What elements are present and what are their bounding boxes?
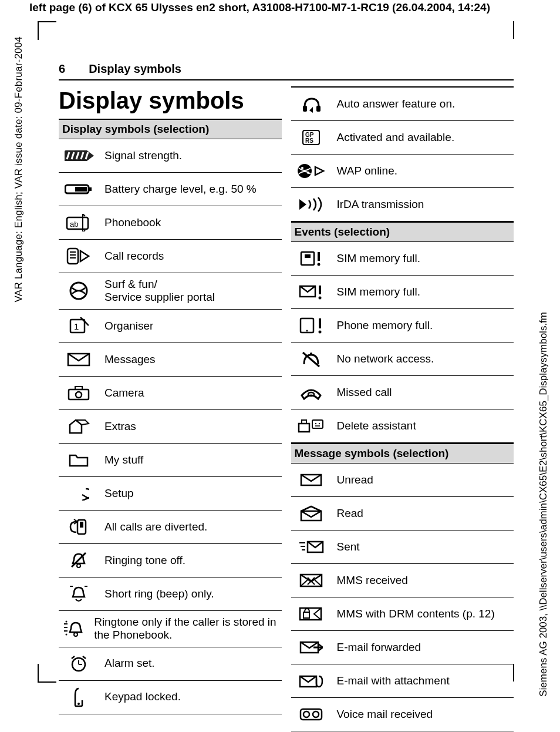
row-label: Auto answer feature on. [337,98,456,110]
row-label: Phonebook [104,216,161,229]
missed-call-icon [294,385,329,400]
messages-icon [61,352,96,367]
row-label: Read [337,507,363,520]
table-row: Keypad locked. [59,681,282,714]
header-doc-title: of KCX 65 Ulysses en2 short, A31008-H710… [92,1,490,14]
row-label: Organiser [104,320,153,333]
svg-point-62 [308,392,314,396]
row-label: E-mail forwarded [337,641,421,654]
row-label: Activated and available. [337,131,455,144]
svg-rect-42 [316,106,321,112]
table-row: IrDA transmission [291,188,514,221]
row-label: Ringtone only if the caller is stored in… [94,616,279,642]
row-label: Keypad locked. [104,690,181,703]
svg-rect-64 [302,420,306,424]
row-label: Voice mail received [337,708,433,721]
crop-mark-bottom-left [38,664,56,683]
svg-point-52 [317,263,320,266]
row-label: All calls are diverted. [104,521,207,533]
sim-memory-full-icon [294,250,329,267]
right-column: Auto answer feature on. GPRS Activated a… [291,86,514,731]
crop-mark-top-right [513,21,514,39]
svg-point-59 [306,330,308,332]
table-row: Camera [59,377,282,410]
running-head: 6 Display symbols [59,62,514,80]
setup-icon [61,486,96,501]
svg-point-66 [315,423,316,424]
svg-text:RS: RS [305,137,313,144]
calls-diverted-icon [61,518,96,536]
document-header: left page (6) of KCX 65 Ulysses en2 shor… [29,1,490,14]
content-area: 6 Display symbols Display symbols Displa… [59,62,514,731]
ringtone-phonebook-icon [61,619,86,638]
alarm-set-icon [61,655,96,673]
header-page-ref: left page (6) [29,1,92,14]
row-label: Call records [104,250,164,263]
svg-point-67 [318,423,319,424]
table-row: E-mail with attachment [291,664,514,698]
table-row: ab Phonebook [59,206,282,240]
table-row: My stuff [59,444,282,477]
svg-point-60 [310,352,312,355]
auto-answer-icon [294,95,329,113]
page: left page (6) of KCX 65 Ulysses en2 shor… [0,0,560,732]
wap-online-icon [294,162,329,180]
table-row: All calls are diverted. [59,511,282,544]
phonebook-icon: ab [61,214,96,231]
table-row: Messages [59,343,282,377]
section-header-display-symbols: Display symbols (selection) [59,119,282,139]
ringing-off-icon [61,552,96,569]
signal-strength-icon [61,149,96,162]
table-row: GPRS Activated and available. [291,121,514,155]
table-row: WAP online. [291,155,514,188]
svg-point-40 [77,703,80,705]
mms-drm-icon [294,606,329,622]
table-row: Alarm set. [59,647,282,681]
row-label: Signal strength. [104,149,182,162]
row-label: Setup [104,487,134,500]
table-row: No network access. [291,343,514,376]
keypad-locked-icon [61,687,96,707]
read-icon [294,505,329,522]
svg-line-39 [83,656,86,659]
svg-point-29 [74,633,77,636]
row-label: MMS received [337,574,408,587]
left-column: Display symbols Display symbols (selecti… [59,86,282,731]
battery-icon [61,183,96,196]
table-row: Phone memory full. [291,309,514,343]
svg-rect-21 [75,387,82,389]
table-row: Read [291,497,514,530]
svg-point-47 [301,167,303,169]
extras-icon [61,418,96,435]
row-label: Ringing tone off. [104,554,185,567]
row-label: No network access. [337,352,434,365]
svg-text:ab: ab [70,220,78,229]
section-header-events: Events (selection) [291,221,514,242]
table-row: Signal strength. [59,139,282,173]
svg-point-83 [303,711,309,717]
svg-text:1: 1 [74,321,79,331]
table-row: 1 Organiser [59,310,282,343]
page-title: Display symbols [59,88,282,114]
row-label: E-mail with attachment [337,674,450,687]
row-label: Surf & fun/ Service supplier portal [104,278,215,304]
svg-rect-63 [299,424,309,432]
svg-rect-6 [89,187,92,191]
row-label: Camera [104,387,144,399]
table-row: SIM memory full. [291,276,514,309]
crop-mark-top-left [38,21,56,40]
svg-rect-11 [68,249,78,264]
table-row: Voice mail received [291,698,514,731]
email-forwarded-icon [294,639,329,656]
svg-point-33 [66,621,68,623]
table-row: Short ring (beep) only. [59,577,282,611]
table-row: Missed call [291,376,514,409]
row-label: Short ring (beep) only. [104,587,214,600]
row-label: Alarm set. [104,657,155,670]
row-label: WAP online. [337,164,398,177]
camera-icon [61,385,96,401]
row-label: Battery charge level, e.g. 50 % [104,183,257,196]
table-row: Ringing tone off. [59,544,282,577]
email-attachment-icon [294,673,329,689]
row-label: Extras [104,420,136,433]
